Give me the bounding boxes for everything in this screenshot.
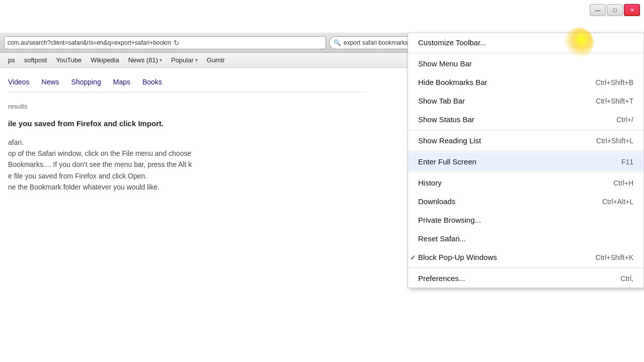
menu-item-preferences[interactable]: Preferences...Ctrl,: [408, 269, 643, 288]
menu-item-shortcut: F11: [621, 158, 633, 166]
result-line: ne the Bookmark folder whatever you woul…: [8, 182, 367, 193]
search-icon: 🔍: [334, 39, 341, 46]
menu-item-hide-bookmarks-bar[interactable]: Hide Bookmarks BarCtrl+Shift+B: [408, 73, 643, 92]
menu-item-label: Reset Safari...: [418, 234, 466, 243]
menu-item-reset-safari[interactable]: Reset Safari...: [408, 229, 643, 248]
window-controls: — □ ✕: [586, 0, 644, 20]
bookmark-item[interactable]: YouTube: [52, 55, 86, 65]
menu-item-label: Hide Bookmarks Bar: [418, 78, 488, 86]
bookmark-item[interactable]: Gumtr: [203, 55, 229, 65]
menu-divider: [408, 151, 643, 151]
maximize-button[interactable]: □: [607, 4, 623, 16]
url-input[interactable]: com.au/search?client=safari&rls=en&q=exp…: [4, 36, 326, 49]
result-line: e file you saved from Firefox and click …: [8, 170, 367, 182]
bookmark-item[interactable]: Wikipedia: [87, 55, 123, 65]
bookmark-item[interactable]: ps: [4, 55, 19, 65]
search-tab[interactable]: Maps: [113, 78, 130, 88]
menu-item-downloads[interactable]: DownloadsCtrl+Alt+L: [408, 192, 643, 211]
menu-item-private-browsing[interactable]: Private Browsing...: [408, 211, 643, 229]
menu-divider: [408, 130, 643, 130]
dropdown-arrow-icon: ▾: [159, 57, 162, 63]
menu-item-label: Downloads: [418, 197, 455, 206]
menu-item-show-status-bar[interactable]: Show Status BarCtrl+/: [408, 110, 643, 129]
minimize-button[interactable]: —: [590, 4, 606, 16]
menu-item-label: Block Pop-Up Windows: [418, 253, 497, 261]
menu-item-shortcut: Ctrl+Shift+K: [596, 253, 633, 261]
result-body: afari.op of the Safari window, click on …: [8, 137, 367, 193]
bookmark-item[interactable]: softpost: [20, 55, 51, 65]
menu-item-label: Show Menu Bar: [418, 59, 472, 68]
menu-divider: [408, 53, 643, 53]
search-tab[interactable]: Shopping: [71, 78, 101, 88]
menu-item-label: Customize Toolbar...: [418, 38, 487, 47]
search-tab[interactable]: News: [42, 78, 59, 88]
menu-item-label: Private Browsing...: [418, 216, 481, 224]
menu-divider: [408, 172, 643, 172]
menu-item-shortcut: Ctrl+Shift+B: [596, 78, 633, 86]
search-tab[interactable]: Books: [142, 78, 162, 88]
refresh-button[interactable]: ↻: [171, 37, 182, 48]
menu-item-history[interactable]: HistoryCtrl+H: [408, 173, 643, 192]
menu-item-enter-full-screen[interactable]: Enter Full ScreenF11: [408, 152, 643, 171]
result-main-snippet: ile you saved from Firefox and click Imp…: [8, 118, 367, 130]
menu-divider: [408, 267, 643, 268]
checkmark-icon: ✓: [410, 253, 416, 261]
menu-item-block-pop-up-windows[interactable]: ✓Block Pop-Up WindowsCtrl+Shift+K: [408, 248, 643, 266]
result-line: Bookmarks.... If you don't see the menu …: [8, 159, 367, 170]
menu-item-show-menu-bar[interactable]: Show Menu Bar: [408, 54, 643, 73]
menu-item-shortcut: Ctrl+Shift+T: [596, 97, 633, 105]
results-text: results: [8, 103, 367, 110]
search-tabs: VideosNewsShoppingMapsBooks: [8, 78, 367, 93]
menu-item-label: History: [418, 178, 442, 187]
menu-item-label: Show Status Bar: [418, 115, 474, 124]
menu-item-customize-toolbar[interactable]: Customize Toolbar...: [408, 33, 643, 52]
main-content: VideosNewsShoppingMapsBooks results ile …: [0, 68, 375, 362]
search-query-text: export safari bookmarks: [344, 39, 408, 46]
dropdown-arrow-icon: ▾: [195, 57, 198, 63]
result-line: afari.: [8, 137, 367, 148]
dropdown-menu: Customize Toolbar...Show Menu BarHide Bo…: [408, 33, 644, 288]
menu-item-label: Show Reading List: [418, 136, 481, 145]
menu-item-shortcut: Ctrl,: [620, 275, 633, 283]
menu-item-label: Enter Full Screen: [418, 157, 476, 166]
url-text: com.au/search?client=safari&rls=en&q=exp…: [8, 39, 171, 46]
menu-item-show-reading-list[interactable]: Show Reading ListCtrl+Shift+L: [408, 131, 643, 150]
menu-item-shortcut: Ctrl+Shift+L: [596, 137, 633, 145]
result-line: op of the Safari window, click on the Fi…: [8, 148, 367, 159]
close-button[interactable]: ✕: [624, 4, 640, 16]
menu-item-shortcut: Ctrl+Alt+L: [602, 198, 633, 206]
menu-item-label: Preferences...: [418, 274, 465, 283]
bookmark-item[interactable]: News (81)▾: [124, 55, 166, 65]
menu-item-shortcut: Ctrl+H: [613, 179, 633, 187]
search-tab[interactable]: Videos: [8, 78, 30, 88]
menu-item-shortcut: Ctrl+/: [616, 116, 633, 124]
bookmark-item[interactable]: Popular▾: [167, 55, 202, 65]
menu-item-show-tab-bar[interactable]: Show Tab BarCtrl+Shift+T: [408, 92, 643, 110]
menu-item-label: Show Tab Bar: [418, 97, 465, 105]
